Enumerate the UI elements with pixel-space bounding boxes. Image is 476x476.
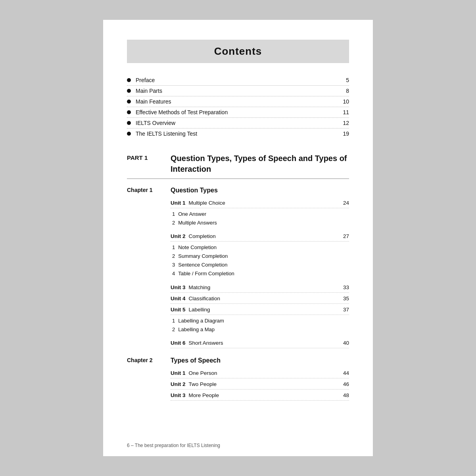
toc-bullet [127, 78, 131, 82]
chapter-row: Chapter 1Question Types Unit 1 Multiple … [127, 187, 349, 349]
sub-num: 1 [172, 317, 175, 325]
unit-page: 33 [343, 284, 349, 290]
unit-name: Labelling [189, 307, 340, 313]
part-title: Question Types, Types of Speech and Type… [171, 153, 349, 175]
toc-bullet [127, 100, 131, 104]
page: Contents Preface 5 Main Parts 8 Main Fea… [103, 20, 373, 456]
toc-item: Effective Methods of Test Preparation 11 [127, 107, 349, 118]
unit-name: Short Answers [189, 340, 340, 346]
chapter-label: Chapter 1 [127, 187, 159, 193]
unit-row: Unit 3 Matching 33 [171, 282, 349, 293]
toc-list: Preface 5 Main Parts 8 Main Features 10 … [127, 75, 349, 139]
sub-item: 1 Note Completion [172, 243, 349, 252]
toc-item-label: Effective Methods of Test Preparation [136, 109, 340, 115]
footer-text: 6 – The best preparation for IELTS Liste… [127, 443, 220, 448]
toc-bullet [127, 121, 131, 125]
unit-page: 44 [343, 370, 349, 376]
contents-header: Contents [127, 40, 349, 63]
unit-row: Unit 5 Labelling 37 [171, 305, 349, 315]
unit-name: Completion [189, 233, 340, 239]
sub-label: Note Completion [178, 243, 217, 252]
unit-row: Unit 6 Short Answers 40 [171, 338, 349, 348]
sub-items: 1 Note Completion 2 Summary Completion 3… [171, 243, 349, 278]
unit-name: Classification [189, 296, 340, 301]
toc-item-label: The IELTS Listening Test [136, 131, 340, 137]
toc-item-label: Main Parts [136, 88, 343, 94]
unit-label: Unit 4 [171, 296, 186, 301]
unit-label: Unit 2 [171, 381, 186, 387]
part-label: PART 1 [127, 153, 159, 161]
unit-label: Unit 3 [171, 392, 186, 398]
toc-item-page: 10 [343, 98, 349, 105]
unit-name: Multiple Choice [189, 200, 340, 206]
unit-label: Unit 6 [171, 340, 186, 346]
toc-item: Preface 5 [127, 75, 349, 86]
unit-name: Matching [189, 284, 340, 290]
toc-item-label: IELTS Overview [136, 120, 340, 126]
sub-label: One Answer [178, 210, 206, 219]
unit-label: Unit 3 [171, 284, 186, 290]
unit-row: Unit 4 Classification 35 [171, 294, 349, 304]
unit-page: 48 [343, 392, 349, 398]
sub-items: 1 Labelling a Diagram 2 Labelling a Map [171, 317, 349, 334]
sub-label: Multiple Answers [178, 219, 217, 227]
sub-item: 3 Sentence Completion [172, 261, 349, 269]
unit-row: Unit 2 Completion 27 [171, 231, 349, 242]
sub-label: Sentence Completion [178, 261, 227, 269]
sub-num: 4 [172, 269, 175, 278]
unit-row: Unit 1 Multiple Choice 24 [171, 198, 349, 208]
sub-num: 2 [172, 252, 175, 261]
chapter-content: Question Types Unit 1 Multiple Choice 24… [171, 187, 349, 349]
sub-label: Labelling a Diagram [178, 317, 224, 325]
sub-items: 1 One Answer 2 Multiple Answers [171, 210, 349, 227]
sub-item: 1 Labelling a Diagram [172, 317, 349, 325]
chapters-container: Chapter 1Question Types Unit 1 Multiple … [127, 187, 349, 401]
part-section: PART 1 Question Types, Types of Speech a… [127, 153, 349, 179]
contents-title: Contents [127, 45, 349, 58]
toc-item: IELTS Overview 12 [127, 118, 349, 129]
sub-num: 2 [172, 325, 175, 334]
sub-num: 2 [172, 219, 175, 227]
unit-label: Unit 5 [171, 307, 186, 313]
unit-row: Unit 3 More People 48 [171, 390, 349, 401]
toc-item-page: 12 [343, 120, 349, 126]
toc-item-page: 11 [343, 109, 349, 115]
sub-label: Labelling a Map [178, 325, 215, 334]
unit-page: 46 [343, 381, 349, 387]
sub-num: 1 [172, 243, 175, 252]
chapter-block: Chapter 2Types of Speech Unit 1 One Pers… [127, 357, 349, 401]
sub-item: 4 Table / Form Completion [172, 269, 349, 278]
toc-item-page: 19 [343, 131, 349, 137]
sub-item: 2 Multiple Answers [172, 219, 349, 227]
unit-row: Unit 2 Two People 46 [171, 379, 349, 390]
unit-label: Unit 1 [171, 200, 186, 206]
chapter-row: Chapter 2Types of Speech Unit 1 One Pers… [127, 357, 349, 401]
sub-label: Summary Completion [178, 252, 228, 261]
unit-name: One Person [189, 370, 340, 376]
toc-item: Main Features 10 [127, 96, 349, 107]
toc-item-page: 5 [346, 77, 349, 83]
toc-item-label: Preface [136, 77, 343, 83]
chapter-label: Chapter 2 [127, 357, 159, 363]
unit-page: 35 [343, 296, 349, 301]
toc-bullet [127, 110, 131, 114]
chapter-block: Chapter 1Question Types Unit 1 Multiple … [127, 187, 349, 349]
sub-item: 1 One Answer [172, 210, 349, 219]
toc-item-page: 8 [346, 88, 349, 94]
unit-label: Unit 1 [171, 370, 186, 376]
chapter-title: Question Types [171, 187, 349, 194]
sub-label: Table / Form Completion [178, 269, 234, 278]
sub-item: 2 Labelling a Map [172, 325, 349, 334]
sub-num: 1 [172, 210, 175, 219]
sub-item: 2 Summary Completion [172, 252, 349, 261]
unit-page: 40 [343, 340, 349, 346]
unit-name: More People [189, 392, 340, 398]
unit-page: 27 [343, 233, 349, 239]
unit-name: Two People [189, 381, 340, 387]
unit-label: Unit 2 [171, 233, 186, 239]
part-header: PART 1 Question Types, Types of Speech a… [127, 153, 349, 175]
sub-num: 3 [172, 261, 175, 269]
toc-item: Main Parts 8 [127, 86, 349, 96]
unit-page: 37 [343, 307, 349, 313]
chapter-content: Types of Speech Unit 1 One Person 44 Uni… [171, 357, 349, 401]
